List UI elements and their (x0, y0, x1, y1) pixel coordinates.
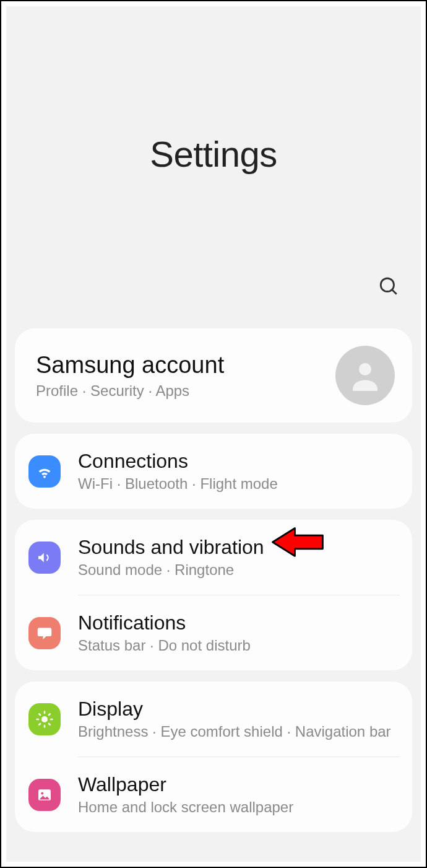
svg-line-11 (49, 723, 50, 724)
group-connections: Connections Wi-Fi · Bluetooth · Flight m… (15, 434, 412, 509)
row-title: Wallpaper (78, 773, 293, 796)
row-sounds[interactable]: Sounds and vibration Sound mode · Ringto… (15, 520, 412, 595)
image-icon (28, 779, 61, 811)
row-wallpaper[interactable]: Wallpaper Home and lock screen wallpaper (15, 757, 412, 832)
svg-point-0 (381, 278, 394, 291)
samsung-account-row[interactable]: Samsung account Profile · Security · App… (15, 328, 412, 423)
annotation-arrow (270, 524, 326, 561)
row-title: Display (78, 698, 391, 721)
row-subtitle: Brightness · Eye comfort shield · Naviga… (78, 723, 391, 740)
svg-line-10 (39, 714, 40, 715)
row-display[interactable]: Display Brightness · Eye comfort shield … (15, 682, 412, 756)
row-subtitle: Home and lock screen wallpaper (78, 799, 293, 816)
svg-point-4 (46, 629, 50, 632)
volume-icon (28, 541, 61, 574)
search-icon (378, 276, 399, 297)
sun-icon (28, 703, 61, 735)
wifi-icon (28, 455, 61, 488)
svg-point-15 (41, 792, 43, 794)
svg-line-1 (392, 290, 397, 294)
account-title: Samsung account (36, 352, 224, 379)
header: Settings (6, 6, 421, 313)
row-subtitle: Status bar · Do not disturb (78, 637, 251, 654)
row-connections[interactable]: Connections Wi-Fi · Bluetooth · Flight m… (15, 434, 412, 509)
svg-line-13 (49, 714, 50, 715)
page-title: Settings (150, 133, 277, 175)
screen: Settings Samsung account Profile · Secur… (6, 6, 421, 862)
speech-icon (28, 617, 61, 649)
search-button[interactable] (375, 273, 402, 300)
group-sounds-notifications: Sounds and vibration Sound mode · Ringto… (15, 520, 412, 670)
row-title: Notifications (78, 612, 251, 634)
row-subtitle: Wi-Fi · Bluetooth · Flight mode (78, 475, 278, 493)
svg-point-2 (359, 363, 371, 375)
row-title: Connections (78, 450, 278, 473)
row-subtitle: Sound mode · Ringtone (78, 561, 264, 579)
avatar (335, 346, 395, 405)
person-icon (347, 357, 384, 394)
row-title: Sounds and vibration (78, 536, 264, 559)
settings-list[interactable]: Samsung account Profile · Security · App… (6, 328, 421, 843)
svg-line-12 (39, 723, 40, 724)
row-notifications[interactable]: Notifications Status bar · Do not distur… (15, 595, 412, 670)
svg-marker-3 (273, 528, 323, 556)
group-display-wallpaper: Display Brightness · Eye comfort shield … (15, 682, 412, 832)
account-card: Samsung account Profile · Security · App… (15, 328, 412, 423)
svg-point-5 (41, 716, 48, 722)
account-subtitle: Profile · Security · Apps (36, 382, 224, 400)
